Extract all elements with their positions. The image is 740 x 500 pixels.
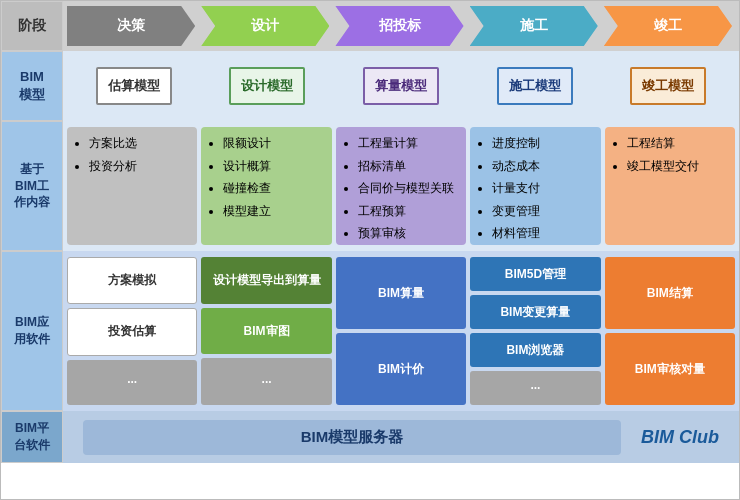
bim-model-row: 估算模型设计模型算量模型施工模型竣工模型 [63,51,739,121]
work-item: 模型建立 [223,201,323,223]
work-item: 碰撞检查 [223,178,323,200]
work-item: 进度控制 [492,133,592,155]
sw-box-...[interactable]: ··· [67,360,197,405]
model-算量模型: 算量模型 [363,67,439,105]
work-row: 方案比选投资分析限额设计设计概算碰撞检查模型建立工程量计算招标清单合同价与模型关… [63,121,739,251]
sw-box-BIM浏览器[interactable]: BIM浏览器 [470,333,600,367]
sw-box-BIM审核对量[interactable]: BIM审核对量 [605,333,735,405]
work-col: 方案比选投资分析 [67,127,197,245]
work-col: 进度控制动态成本计量支付变更管理材料管理 [470,127,600,245]
sw-col: 设计模型导出到算量BIM审图··· [201,257,331,405]
phase-决策: 决策 [67,6,195,46]
work-item: 方案比选 [89,133,189,155]
sw-col: BIM结算BIM审核对量 [605,257,735,405]
model-估算模型: 估算模型 [96,67,172,105]
phase-施工: 施工 [470,6,598,46]
work-item: 计量支付 [492,178,592,200]
work-item: 预算审核 [358,223,458,245]
work-col: 工程结算竣工模型交付 [605,127,735,245]
sw-box-...[interactable]: ··· [470,371,600,405]
work-item: 限额设计 [223,133,323,155]
work-col: 工程量计算招标清单合同价与模型关联工程预算预算审核 [336,127,466,245]
sw-box-BIM算量[interactable]: BIM算量 [336,257,466,329]
model-设计模型: 设计模型 [229,67,305,105]
sw-box-...[interactable]: ··· [201,358,331,405]
work-label: 基于BIM工作内容 [1,121,63,251]
work-col: 限额设计设计概算碰撞检查模型建立 [201,127,331,245]
sw-box-BIM审图[interactable]: BIM审图 [201,308,331,355]
main-grid: 阶段 决策设计招投标施工竣工 BIM模型 估算模型设计模型算量模型施工模型竣工模… [0,0,740,500]
model-竣工模型: 竣工模型 [630,67,706,105]
model-施工模型: 施工模型 [497,67,573,105]
work-item: 投资分析 [89,156,189,178]
work-item: 工程结算 [627,133,727,155]
work-item: 合同价与模型关联 [358,178,458,200]
bim-model-label: BIM模型 [1,51,63,121]
work-item: 竣工模型交付 [627,156,727,178]
work-item: 变更管理 [492,201,592,223]
sw-col: 方案模拟投资估算··· [67,257,197,405]
phase-竣工: 竣工 [604,6,732,46]
software-label: BIM应用软件 [1,251,63,411]
sw-box-BIM5D管理[interactable]: BIM5D管理 [470,257,600,291]
work-item: 设计概算 [223,156,323,178]
bim-server: BIM模型服务器 [83,420,621,455]
sw-col: BIM5D管理BIM变更算量BIM浏览器··· [470,257,600,405]
phase-row: 决策设计招投标施工竣工 [63,1,739,51]
phase-招投标: 招投标 [335,6,463,46]
platform-row: BIM模型服务器BIM Club [63,411,739,463]
sw-box-BIM计价[interactable]: BIM计价 [336,333,466,405]
work-item: 材料管理 [492,223,592,245]
work-item: 工程预算 [358,201,458,223]
sw-box-投资估算[interactable]: 投资估算 [67,308,197,355]
phase-label: 阶段 [1,1,63,51]
sw-box-设计模型导出到算量[interactable]: 设计模型导出到算量 [201,257,331,304]
sw-col: BIM算量BIM计价 [336,257,466,405]
phase-设计: 设计 [201,6,329,46]
sw-box-方案模拟[interactable]: 方案模拟 [67,257,197,304]
platform-label: BIM平台软件 [1,411,63,463]
sw-box-BIM变更算量[interactable]: BIM变更算量 [470,295,600,329]
bim-brand: BIM Club [641,427,719,448]
work-item: 招标清单 [358,156,458,178]
work-item: 动态成本 [492,156,592,178]
sw-box-BIM结算[interactable]: BIM结算 [605,257,735,329]
software-row: 方案模拟投资估算···设计模型导出到算量BIM审图···BIM算量BIM计价BI… [63,251,739,411]
work-item: 工程量计算 [358,133,458,155]
